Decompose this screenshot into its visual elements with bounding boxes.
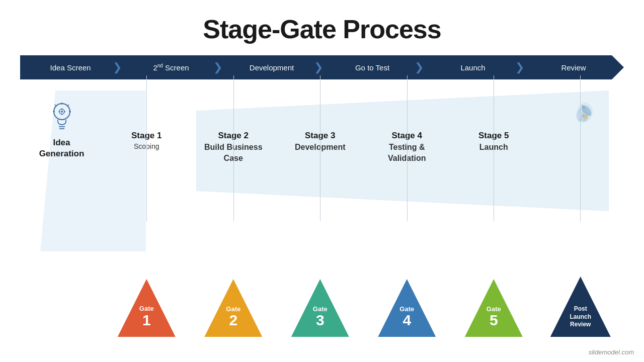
gate-2: Gate 2: [204, 279, 262, 337]
svg-point-9: [61, 111, 63, 113]
stage-3-col: Stage 3 Development: [277, 75, 364, 221]
gate-3: Gate 3: [291, 279, 349, 337]
page-title: Stage-Gate Process: [0, 0, 644, 44]
gate-4-number: 4: [403, 313, 411, 328]
gate-3-number: 3: [316, 313, 325, 328]
gate-1-col: Gate 1: [103, 279, 190, 337]
gate-4: Gate 4: [378, 279, 436, 337]
divider-4: [407, 75, 408, 221]
gate-2-number: 2: [229, 313, 237, 328]
gate-1: Gate 1: [118, 279, 176, 337]
divider-3: [320, 75, 320, 221]
watermark: slidemodel.com: [589, 348, 634, 356]
stage-1-col: Stage 1 Scoping: [103, 75, 190, 221]
divider-5: [494, 75, 494, 221]
divider-2: [233, 75, 234, 221]
gate-3-col: Gate 3: [277, 279, 364, 337]
post-launch-col: PostLaunchReview: [537, 277, 624, 337]
divider-1: [146, 75, 147, 221]
lightbulb-icon: [47, 101, 77, 133]
gate-5: Gate 5: [465, 279, 523, 337]
gate-5-col: Gate 5: [450, 279, 537, 337]
content-area: IdeaGeneration Stage 1 Scoping Stage 2 B…: [20, 75, 624, 337]
post-launch-space: [537, 75, 624, 221]
post-launch-label: PostLaunchReview: [570, 305, 591, 329]
idea-gen-label: IdeaGeneration: [39, 137, 85, 159]
idea-generation: IdeaGeneration: [20, 75, 103, 221]
svg-line-13: [55, 105, 56, 106]
gates-row: Gate 1 Gate 2 Gate 3: [20, 264, 624, 337]
svg-line-11: [67, 105, 69, 106]
stage-4-col: Stage 4 Testing &Validation: [364, 75, 451, 221]
stage-5-col: Stage 5 Launch: [450, 75, 537, 221]
gate-1-number: 1: [142, 313, 151, 328]
stage-2-col: Stage 2 Build BusinessCase: [190, 75, 277, 221]
divider-6: [580, 75, 581, 221]
stages-row: IdeaGeneration Stage 1 Scoping Stage 2 B…: [20, 75, 624, 221]
gate-5-number: 5: [490, 313, 498, 328]
post-launch-gate: PostLaunchReview: [550, 277, 611, 337]
gate-4-col: Gate 4: [364, 279, 451, 337]
gate-2-col: Gate 2: [190, 279, 277, 337]
